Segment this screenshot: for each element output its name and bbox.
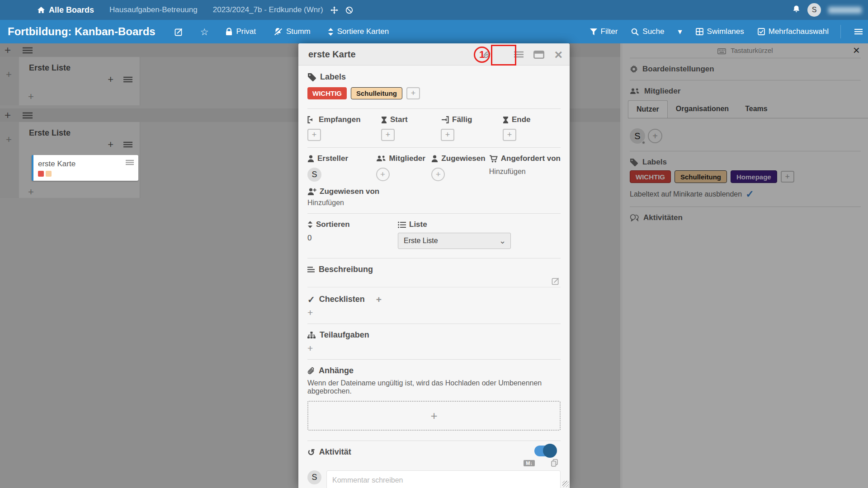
add-assignee-button[interactable]: +: [431, 168, 445, 181]
search-icon: [631, 28, 639, 36]
home-icon: [37, 6, 45, 14]
card-title: erste Karte: [308, 49, 356, 60]
subtasks-heading: Teilaufgaben: [307, 330, 561, 340]
comment-input[interactable]: [326, 470, 561, 488]
align-left-icon: [307, 267, 315, 272]
person-icon: [307, 155, 314, 162]
nav-all-boards[interactable]: Alle Boards: [37, 5, 94, 15]
nav-board-link-2[interactable]: 2023/2024_7b - Erdkunde (Wnr): [213, 5, 323, 14]
annotation-number: 1: [479, 49, 485, 61]
subtasks-label: Teilaufgaben: [320, 330, 369, 340]
attachments-label: Anhänge: [319, 366, 354, 375]
modal-resize-handle[interactable]: [562, 481, 569, 487]
requested-by-add[interactable]: Hinzufügen: [489, 168, 561, 176]
add-end-date-button[interactable]: +: [503, 129, 516, 141]
list-select-value: Erste Liste: [404, 237, 438, 245]
list-select[interactable]: Erste Liste ⌄: [398, 233, 511, 249]
assignee-heading: Zugewiesen: [431, 154, 489, 163]
add-start-date-button[interactable]: +: [381, 129, 395, 141]
sort-label: Sortieren: [316, 220, 350, 229]
minicard-label-peach: [46, 171, 52, 177]
comment-avatar: S: [307, 470, 321, 484]
add-card-label-button[interactable]: +: [406, 87, 420, 99]
add-checklist-inline-button[interactable]: +: [307, 308, 561, 317]
add-checklist-button[interactable]: +: [376, 295, 382, 304]
tag-icon: [307, 73, 316, 81]
copy-icon[interactable]: [551, 459, 558, 467]
user-avatar-initial: S: [812, 6, 817, 14]
app-screen: Alle Boards Hausaufgaben-Betreuung 2023/…: [0, 0, 868, 488]
archive-board-icon[interactable]: [345, 6, 353, 14]
hamburger-icon: [854, 28, 863, 35]
description-label: Beschreibung: [319, 265, 373, 274]
edit-icon: [175, 28, 183, 36]
received-icon: [307, 116, 316, 123]
edit-description-button[interactable]: [307, 274, 561, 287]
card-label-wichtig[interactable]: WICHTIG: [307, 87, 347, 99]
mute-button[interactable]: Stumm: [273, 27, 311, 36]
start-label: Start: [390, 115, 408, 124]
toolbar-divider: [840, 25, 841, 38]
add-subtask-button[interactable]: +: [307, 343, 561, 353]
requested-by-label: Angefordert von: [501, 154, 561, 163]
attachment-dropzone[interactable]: +: [307, 401, 561, 431]
select-caret-icon: ⌄: [499, 237, 506, 245]
annotation-circle-1: 1: [474, 47, 490, 63]
window-maximize-icon: [533, 51, 544, 59]
notifications-bell-icon[interactable]: [793, 5, 800, 15]
multiselect-button[interactable]: Mehrfachauswahl: [758, 27, 829, 36]
add-card-member-button[interactable]: +: [376, 168, 390, 181]
members-section-heading: Mitglieder: [376, 154, 432, 163]
person-icon: [431, 155, 438, 162]
nav-board-link-1[interactable]: Hausaufgaben-Betreuung: [109, 5, 198, 14]
checklists-heading: ✓ Checklisten +: [307, 295, 561, 304]
assigned-by-add[interactable]: Hinzufügen: [307, 199, 561, 207]
rename-board-button[interactable]: [175, 28, 183, 36]
visibility-button[interactable]: Privat: [226, 27, 255, 36]
search-button[interactable]: Suche: [631, 27, 664, 36]
add-received-date-button[interactable]: +: [307, 129, 321, 141]
members-label: Mitglieder: [389, 154, 425, 163]
board-header-bar: Fortbildung: Kanban-Boards ☆ Privat Stum…: [0, 20, 868, 43]
list-label: Liste: [409, 220, 427, 229]
dropdown-caret-button[interactable]: ▾: [678, 28, 682, 36]
labels-heading-label: Labels: [320, 72, 346, 82]
card-modal-body: Labels WICHTIG Schulleitung + Empfangen …: [298, 66, 570, 488]
annotation-highlight-box: [491, 45, 516, 66]
creator-label: Ersteller: [317, 154, 348, 163]
people-icon: [376, 155, 386, 162]
due-icon: [441, 116, 449, 123]
star-board-button[interactable]: ☆: [200, 27, 209, 37]
assigned-by-label: Zugewiesen von: [320, 187, 379, 196]
close-card-button[interactable]: ×: [554, 49, 562, 60]
add-due-date-button[interactable]: +: [441, 129, 454, 141]
user-avatar[interactable]: S: [807, 3, 821, 17]
labels-section-heading: Labels: [307, 72, 561, 82]
sort-value: 0: [307, 234, 398, 243]
end-date-heading: Ende: [503, 115, 561, 124]
history-icon: ↻: [307, 448, 315, 457]
creator-heading: Ersteller: [307, 154, 376, 163]
board-title: Fortbildung: Kanban-Boards: [8, 25, 156, 38]
nav-all-boards-label: Alle Boards: [49, 5, 94, 15]
minicard-erste-karte[interactable]: erste Karte: [32, 155, 138, 181]
filter-button[interactable]: Filter: [590, 27, 618, 36]
move-board-icon[interactable]: [330, 6, 338, 14]
due-label: Fällig: [452, 115, 472, 124]
maximize-card-button[interactable]: [533, 51, 544, 59]
swimlanes-view-button[interactable]: Swimlanes: [696, 27, 744, 36]
edit-icon: [552, 277, 560, 285]
board-menu-button[interactable]: [854, 28, 863, 35]
card-label-schulleitung[interactable]: Schulleitung: [351, 87, 402, 99]
sort-cards-button[interactable]: Sortiere Karten: [328, 27, 389, 36]
markdown-badge[interactable]: M↓: [524, 460, 535, 466]
cart-icon: [489, 155, 498, 163]
assignee-label: Zugewiesen: [441, 154, 485, 163]
activity-toggle[interactable]: [534, 446, 554, 456]
creator-avatar[interactable]: S: [307, 168, 321, 182]
bell-slash-icon: [273, 28, 283, 36]
minicard-menu-icon[interactable]: [126, 160, 134, 165]
lock-icon: [226, 28, 232, 36]
caret-down-icon: ▾: [678, 28, 682, 36]
paperclip-icon: [307, 367, 315, 375]
